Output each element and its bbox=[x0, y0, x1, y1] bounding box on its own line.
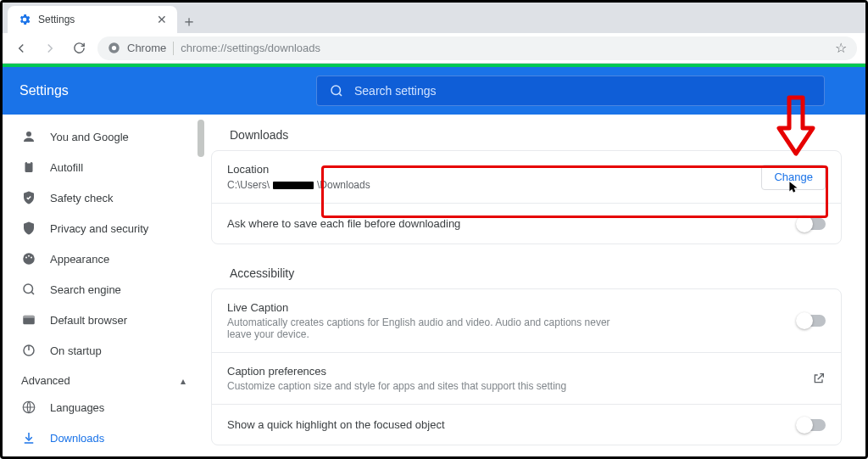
download-icon bbox=[21, 430, 36, 445]
location-path: C:\Users\ \Downloads bbox=[227, 179, 370, 191]
svg-point-9 bbox=[31, 257, 32, 259]
svg-point-6 bbox=[23, 253, 35, 265]
advanced-label: Advanced bbox=[21, 374, 70, 387]
globe-icon bbox=[21, 400, 36, 415]
person-icon bbox=[21, 129, 36, 144]
sidebar-item-label: Appearance bbox=[50, 253, 109, 266]
sidebar: You and Google Autofill Safety check Pri… bbox=[3, 115, 204, 456]
search-input[interactable] bbox=[354, 84, 812, 98]
sidebar-item-appearance[interactable]: Appearance bbox=[3, 243, 204, 274]
browser-icon bbox=[21, 312, 36, 327]
caption-preferences-row[interactable]: Caption preferences Customize caption si… bbox=[212, 352, 841, 404]
scrollbar-thumb[interactable] bbox=[198, 120, 204, 157]
back-button[interactable] bbox=[11, 38, 31, 59]
shield-icon bbox=[21, 221, 36, 236]
tab-title: Settings bbox=[38, 14, 75, 25]
live-caption-title: Live Caption bbox=[227, 301, 626, 314]
svg-rect-5 bbox=[27, 161, 31, 164]
sidebar-item-label: Autofill bbox=[50, 161, 83, 174]
ask-before-download-row[interactable]: Ask where to save each file before downl… bbox=[212, 203, 841, 243]
svg-point-10 bbox=[24, 284, 33, 294]
svg-point-3 bbox=[26, 132, 31, 137]
sidebar-item-default-browser[interactable]: Default browser bbox=[3, 305, 204, 335]
omnibox-url: chrome://settings/downloads bbox=[181, 42, 320, 54]
caption-pref-title: Caption preferences bbox=[227, 365, 566, 378]
external-link-icon[interactable] bbox=[812, 372, 826, 385]
sidebar-item-label: Safety check bbox=[50, 192, 113, 204]
shield-check-icon bbox=[21, 190, 36, 205]
highlight-toggle[interactable] bbox=[797, 419, 826, 431]
omnibox-prefix: Chrome bbox=[127, 42, 166, 54]
svg-point-8 bbox=[28, 255, 30, 257]
chrome-icon bbox=[108, 42, 120, 54]
sidebar-item-on-startup[interactable]: On startup bbox=[3, 335, 204, 366]
sidebar-item-label: Languages bbox=[50, 401, 104, 414]
search-icon bbox=[21, 282, 36, 297]
redacted-text bbox=[273, 182, 314, 189]
address-bar[interactable]: Chrome chrome://settings/downloads ☆ bbox=[97, 36, 857, 60]
browser-toolbar: Chrome chrome://settings/downloads ☆ bbox=[3, 33, 865, 64]
ask-label: Ask where to save each file before downl… bbox=[227, 217, 460, 230]
chevron-up-icon: ▴ bbox=[181, 375, 186, 387]
change-button[interactable]: Change bbox=[761, 165, 826, 190]
browser-tab[interactable]: Settings ✕ bbox=[8, 6, 177, 33]
section-title-downloads: Downloads bbox=[230, 128, 842, 142]
power-icon bbox=[21, 343, 36, 358]
svg-point-1 bbox=[112, 46, 116, 50]
tab-strip: Settings ✕ ＋ bbox=[3, 3, 865, 33]
highlight-label: Show a quick highlight on the focused ob… bbox=[227, 418, 445, 431]
sidebar-item-label: Search engine bbox=[50, 283, 121, 296]
new-tab-button[interactable]: ＋ bbox=[177, 9, 201, 33]
close-icon[interactable]: ✕ bbox=[157, 14, 167, 25]
accessibility-card: Live Caption Automatically creates capti… bbox=[211, 288, 842, 445]
gear-icon bbox=[18, 13, 31, 26]
live-caption-desc: Automatically creates captions for Engli… bbox=[227, 316, 626, 340]
page-title: Settings bbox=[19, 83, 299, 98]
cursor-pointer-icon bbox=[787, 181, 799, 194]
svg-point-2 bbox=[331, 86, 341, 95]
sidebar-item-label: On startup bbox=[50, 344, 102, 357]
clipboard-icon bbox=[21, 160, 36, 175]
forward-button[interactable] bbox=[40, 38, 60, 59]
content-area: Downloads Location C:\Users\ \Downloads … bbox=[204, 115, 865, 456]
search-settings[interactable] bbox=[316, 76, 825, 106]
sidebar-item-label: You and Google bbox=[50, 131, 129, 143]
reload-button[interactable] bbox=[69, 38, 89, 59]
divider bbox=[173, 42, 174, 55]
svg-rect-4 bbox=[25, 162, 33, 172]
sidebar-item-autofill[interactable]: Autofill bbox=[3, 152, 204, 182]
section-title-accessibility: Accessibility bbox=[230, 266, 842, 280]
search-icon bbox=[329, 83, 344, 98]
caption-pref-desc: Customize caption size and style for app… bbox=[227, 380, 566, 392]
highlight-focus-row[interactable]: Show a quick highlight on the focused ob… bbox=[212, 404, 841, 445]
sidebar-item-label: Default browser bbox=[50, 314, 127, 327]
sidebar-item-languages[interactable]: Languages bbox=[3, 392, 204, 423]
location-label: Location bbox=[227, 163, 370, 176]
live-caption-toggle[interactable] bbox=[797, 315, 826, 327]
live-caption-row[interactable]: Live Caption Automatically creates capti… bbox=[212, 289, 841, 352]
bookmark-star-icon[interactable]: ☆ bbox=[835, 40, 847, 56]
svg-rect-12 bbox=[23, 316, 35, 318]
svg-point-7 bbox=[25, 257, 27, 259]
palette-icon bbox=[21, 251, 36, 266]
sidebar-advanced-toggle[interactable]: Advanced ▴ bbox=[3, 366, 204, 392]
sidebar-item-label: Downloads bbox=[50, 432, 104, 445]
sidebar-item-downloads[interactable]: Downloads bbox=[3, 423, 204, 453]
sidebar-item-privacy[interactable]: Privacy and security bbox=[3, 213, 204, 243]
downloads-card: Location C:\Users\ \Downloads Change bbox=[211, 150, 842, 244]
sidebar-item-search-engine[interactable]: Search engine bbox=[3, 274, 204, 305]
settings-header: Settings bbox=[3, 67, 865, 115]
sidebar-item-label: Privacy and security bbox=[50, 222, 148, 235]
download-location-row: Location C:\Users\ \Downloads Change bbox=[212, 151, 841, 203]
sidebar-item-safety-check[interactable]: Safety check bbox=[3, 182, 204, 213]
sidebar-item-you-and-google[interactable]: You and Google bbox=[3, 121, 204, 152]
ask-toggle[interactable] bbox=[797, 218, 826, 230]
